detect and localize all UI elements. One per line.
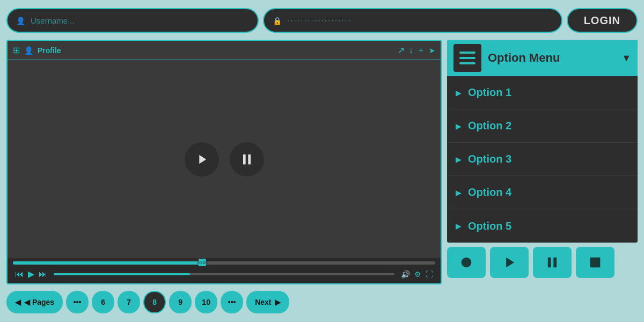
play-small-icon[interactable]: ▶	[28, 269, 34, 279]
svg-rect-6	[553, 258, 557, 268]
svg-marker-0	[199, 155, 206, 163]
option-arrow-3: ▶	[456, 155, 462, 164]
player-controls-bottom: ⏮ ▶ ⏭	[13, 269, 435, 281]
video-area	[8, 60, 441, 258]
top-bar: ··················· LOGIN	[6, 6, 638, 34]
seek-fill	[54, 273, 190, 275]
option-arrow-1: ▶	[456, 89, 462, 97]
play-media-button[interactable]	[490, 247, 529, 278]
skip-forward-icon[interactable]: ⏭	[39, 269, 47, 279]
svg-point-3	[462, 258, 472, 268]
pages-prev-button[interactable]: ◀ ◀ Pages	[6, 291, 63, 313]
progress-fill: 00:00	[13, 261, 203, 265]
pagination-bar: ◀ ◀ Pages ••• 6 7 8 9 10 ••• Next ▶	[6, 289, 442, 316]
password-dots: ···················	[287, 17, 352, 24]
page-7[interactable]: 7	[118, 291, 140, 313]
add-icon[interactable]	[419, 46, 423, 55]
svg-rect-2	[248, 154, 251, 164]
svg-rect-7	[590, 258, 601, 268]
pages-label: ◀ Pages	[24, 298, 54, 306]
page-9[interactable]: 9	[169, 291, 192, 313]
option-label-5: Option 5	[468, 220, 511, 232]
option-item-5[interactable]: ▶ Option 5	[447, 209, 638, 243]
profile-icon[interactable]	[24, 46, 33, 55]
option-arrow-5: ▶	[456, 222, 462, 230]
grid-icon[interactable]	[13, 45, 20, 55]
ham-line-1	[459, 52, 475, 54]
username-input[interactable]	[31, 16, 249, 25]
video-player: Profile	[6, 40, 442, 284]
stop-media-button[interactable]	[576, 247, 614, 278]
play-button[interactable]	[185, 142, 219, 177]
export-icon[interactable]	[429, 46, 435, 55]
pause-button[interactable]	[230, 142, 264, 177]
next-label: Next	[255, 298, 271, 306]
user-icon	[16, 16, 25, 25]
page-8-active[interactable]: 8	[143, 291, 166, 313]
login-button[interactable]: LOGIN	[567, 8, 638, 33]
option-arrow-2: ▶	[456, 122, 462, 130]
download-icon[interactable]	[409, 46, 413, 55]
option-menu-title: Option Menu	[488, 51, 615, 65]
share-icon[interactable]	[398, 45, 405, 55]
main-content: Profile	[6, 40, 638, 316]
volume-icon[interactable]	[401, 269, 410, 279]
right-panel: Option Menu ▼ ▶ Option 1 ▶ Option 2 ▶ Op…	[447, 40, 638, 316]
progress-area: 00:00 ⏮ ▶ ⏭	[8, 258, 441, 283]
username-field[interactable]	[6, 8, 259, 33]
prev-arrow: ◀	[15, 298, 21, 306]
option-item-4[interactable]: ▶ Option 4	[447, 176, 638, 209]
progress-thumb[interactable]: 00:00	[199, 259, 206, 266]
option-menu: Option Menu ▼ ▶ Option 1 ▶ Option 2 ▶ Op…	[447, 40, 638, 243]
toolbar-right-icons	[409, 46, 435, 55]
ham-line-3	[459, 62, 475, 64]
skip-back-icon[interactable]: ⏮	[15, 269, 24, 279]
option-item-3[interactable]: ▶ Option 3	[447, 143, 638, 176]
option-item-1[interactable]: ▶ Option 1	[447, 76, 638, 109]
next-arrow: ▶	[275, 298, 281, 306]
option-menu-header[interactable]: Option Menu ▼	[447, 40, 638, 76]
option-label-3: Option 3	[468, 153, 511, 165]
svg-rect-5	[548, 258, 551, 268]
option-label-1: Option 1	[468, 86, 511, 99]
hamburger-button[interactable]	[453, 44, 481, 72]
option-item-2[interactable]: ▶ Option 2	[447, 109, 638, 143]
ellipsis-right[interactable]: •••	[221, 291, 243, 313]
option-label-4: Option 4	[468, 186, 511, 199]
password-field[interactable]: ···················	[263, 8, 562, 33]
svg-rect-1	[243, 154, 246, 164]
media-buttons	[447, 247, 638, 278]
record-button[interactable]	[447, 247, 486, 278]
progress-bar[interactable]: 00:00	[13, 261, 435, 265]
ellipsis-left-dots: •••	[74, 298, 82, 306]
settings-icon[interactable]	[414, 269, 421, 279]
page-10[interactable]: 10	[195, 291, 217, 313]
next-button[interactable]: Next ▶	[246, 291, 289, 313]
option-arrow-4: ▶	[456, 188, 462, 197]
profile-label: Profile	[38, 46, 61, 55]
svg-marker-4	[506, 258, 514, 268]
ellipsis-left[interactable]: •••	[66, 291, 89, 313]
option-label-2: Option 2	[468, 120, 511, 132]
pause-media-button[interactable]	[533, 247, 572, 278]
dropdown-arrow-icon[interactable]: ▼	[621, 53, 631, 64]
fullscreen-icon[interactable]	[426, 269, 433, 279]
ellipsis-right-dots: •••	[228, 298, 236, 306]
ham-line-2	[459, 57, 475, 59]
seek-bar[interactable]	[54, 273, 394, 275]
player-toolbar: Profile	[8, 41, 441, 60]
time-label: 00:00	[197, 260, 208, 265]
lock-icon	[273, 16, 282, 25]
page-6[interactable]: 6	[92, 291, 114, 313]
